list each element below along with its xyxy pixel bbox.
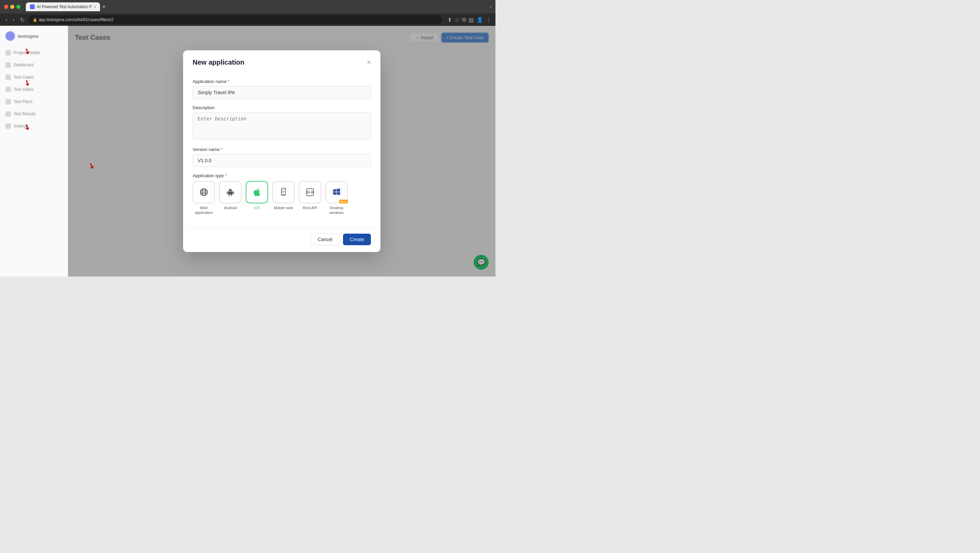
lock-icon: 🔒 bbox=[33, 17, 37, 22]
description-input[interactable] bbox=[192, 112, 371, 140]
share-icon[interactable]: ⬆ bbox=[447, 17, 452, 23]
tab-bar: AI Powered Test Automation P × + bbox=[26, 2, 484, 11]
profile-icon[interactable]: 👤 bbox=[476, 17, 483, 23]
forward-button[interactable]: › bbox=[11, 16, 16, 24]
app-type-group: Application type* bbox=[192, 173, 371, 215]
sidebar-item-test-suites[interactable]: Test Suites bbox=[0, 83, 68, 95]
app-type-label: Application type* bbox=[192, 173, 371, 178]
rest-api-label: Rest API bbox=[303, 205, 318, 210]
sidebar-toggle-icon[interactable]: ▤ bbox=[469, 17, 474, 23]
new-application-modal: New application × Application name* Desc… bbox=[183, 50, 380, 253]
sidebar-item-test-results[interactable]: Test Results bbox=[0, 108, 68, 120]
modal-overlay: ➘ ➘ ➘ ➘ New application × Application na… bbox=[68, 26, 495, 276]
android-icon bbox=[226, 188, 235, 197]
required-star-version: * bbox=[221, 147, 223, 152]
modal-close-button[interactable]: × bbox=[367, 59, 371, 66]
mobile-web-icon-box[interactable] bbox=[272, 181, 295, 203]
menu-icon[interactable]: ⋮ bbox=[486, 17, 492, 23]
settings-icon bbox=[5, 124, 11, 129]
required-star-type: * bbox=[225, 173, 227, 178]
web-app-label: Webapplication bbox=[195, 205, 213, 215]
android-label: Android bbox=[224, 205, 237, 210]
sidebar-item-dashboard[interactable]: Dashboard bbox=[0, 59, 68, 71]
sidebar-item-label: Test Plans bbox=[14, 99, 32, 104]
tab-favicon bbox=[30, 5, 35, 9]
modal-title: New application bbox=[192, 59, 244, 66]
sidebar-header: testsigma bbox=[0, 26, 68, 47]
sidebar: testsigma Project Details Dashboard Test… bbox=[0, 26, 68, 276]
app-type-web[interactable]: Webapplication bbox=[192, 181, 215, 215]
description-group: Description bbox=[192, 105, 371, 141]
sidebar-item-test-plans[interactable]: Test Plans bbox=[0, 95, 68, 108]
version-name-input[interactable] bbox=[192, 154, 371, 167]
ios-label: iOS bbox=[254, 205, 260, 210]
browser-chrome: AI Powered Test Automation P × + › bbox=[0, 0, 495, 14]
testcase-icon bbox=[5, 75, 11, 80]
desktop-label: Desktopwindows bbox=[329, 205, 344, 215]
minimize-button[interactable] bbox=[10, 5, 14, 9]
cancel-button[interactable]: Cancel bbox=[310, 234, 340, 245]
app-type-mobile-web[interactable]: Mobile web bbox=[272, 181, 295, 215]
android-icon-box[interactable] bbox=[219, 181, 242, 203]
required-star: * bbox=[228, 79, 229, 84]
sidebar-item-label: Test Cases bbox=[14, 75, 34, 79]
back-button[interactable]: ‹ bbox=[4, 16, 8, 24]
sidebar-item-label: Test Results bbox=[14, 111, 36, 116]
new-tab-button[interactable]: + bbox=[102, 3, 106, 11]
sidebar-item-project-details[interactable]: Project Details bbox=[0, 47, 68, 59]
bookmark-icon[interactable]: ☆ bbox=[455, 17, 460, 23]
app-type-desktop[interactable]: Beta Desktopwindows bbox=[325, 181, 348, 215]
apple-icon bbox=[252, 188, 262, 197]
sidebar-item-settings[interactable]: Settings bbox=[0, 120, 68, 132]
app-type-rest-api[interactable]: Rest API bbox=[299, 181, 321, 215]
result-icon bbox=[5, 111, 11, 117]
maximize-button[interactable] bbox=[16, 5, 21, 9]
app-name-label: Application name* bbox=[192, 79, 371, 84]
beta-badge: Beta bbox=[339, 200, 348, 203]
url-input[interactable]: 🔒 app.testsigma.com/ui/td/82/cases/filte… bbox=[29, 15, 442, 24]
mobile-web-label: Mobile web bbox=[274, 205, 293, 210]
sidebar-item-label: Dashboard bbox=[14, 63, 34, 67]
globe-icon bbox=[199, 188, 208, 197]
extensions-icon[interactable]: ⧉ bbox=[462, 17, 466, 23]
app-background: testsigma Project Details Dashboard Test… bbox=[0, 26, 495, 276]
desktop-icon-box[interactable]: Beta bbox=[325, 181, 348, 203]
version-name-group: Version name* bbox=[192, 147, 371, 167]
modal-body: Application name* Description Version na… bbox=[183, 72, 380, 228]
arrow-4: ➘ bbox=[87, 161, 96, 172]
close-button[interactable] bbox=[4, 5, 8, 9]
traffic-lights bbox=[4, 5, 21, 9]
modal-header: New application × bbox=[183, 50, 380, 72]
chevron-icon: › bbox=[490, 4, 492, 10]
url-text: app.testsigma.com/ui/td/82/cases/filters… bbox=[39, 17, 114, 22]
address-bar: ‹ › ↻ 🔒 app.testsigma.com/ui/td/82/cases… bbox=[0, 14, 495, 26]
ios-icon-box[interactable] bbox=[246, 181, 268, 203]
windows-icon bbox=[332, 188, 341, 197]
address-actions: ⬆ ☆ ⧉ ▤ 👤 ⋮ bbox=[447, 17, 492, 23]
rest-api-icon-box[interactable] bbox=[299, 181, 321, 203]
tab-title: AI Powered Test Automation P bbox=[37, 5, 92, 9]
svg-point-6 bbox=[285, 189, 285, 189]
app-type-grid: Webapplication Android bbox=[192, 181, 371, 215]
folder-icon bbox=[5, 50, 11, 56]
create-button[interactable]: Create bbox=[343, 234, 371, 245]
dashboard-icon bbox=[5, 62, 11, 68]
app-name-group: Application name* bbox=[192, 79, 371, 99]
avatar bbox=[5, 31, 15, 41]
app-type-ios[interactable]: iOS bbox=[246, 181, 268, 215]
api-icon bbox=[305, 188, 315, 197]
suite-icon bbox=[5, 87, 11, 92]
modal-footer: Cancel Create bbox=[183, 228, 380, 252]
web-icon-box[interactable] bbox=[192, 181, 215, 203]
mobile-web-icon bbox=[279, 188, 288, 197]
app-name-input[interactable] bbox=[192, 86, 371, 99]
plan-icon bbox=[5, 99, 11, 105]
active-tab[interactable]: AI Powered Test Automation P × bbox=[26, 2, 100, 11]
sidebar-item-test-cases[interactable]: Test Cases bbox=[0, 71, 68, 83]
description-label: Description bbox=[192, 105, 371, 110]
app-type-android[interactable]: Android bbox=[219, 181, 242, 215]
refresh-button[interactable]: ↻ bbox=[19, 16, 26, 24]
version-name-label: Version name* bbox=[192, 147, 371, 152]
main-content: Test Cases ← Import + Create Test Case ➘… bbox=[68, 26, 495, 276]
tab-close-button[interactable]: × bbox=[94, 5, 96, 9]
